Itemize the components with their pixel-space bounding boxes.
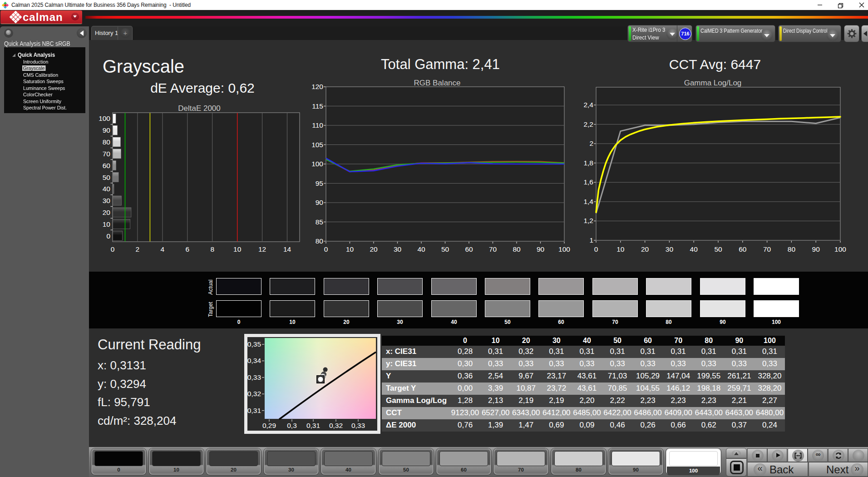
svg-text:90: 90 bbox=[103, 126, 111, 134]
svg-text:1: 1 bbox=[589, 236, 593, 244]
svg-text:1,8: 1,8 bbox=[583, 159, 593, 167]
svg-text:Gamma Log/Log: Gamma Log/Log bbox=[684, 79, 742, 87]
svg-text:0: 0 bbox=[594, 245, 598, 253]
svg-text:60: 60 bbox=[739, 245, 747, 253]
svg-text:70: 70 bbox=[763, 245, 771, 253]
svg-text:100: 100 bbox=[558, 245, 570, 253]
svg-text:2,4: 2,4 bbox=[583, 101, 593, 109]
svg-text:85: 85 bbox=[316, 218, 323, 226]
svg-text:40: 40 bbox=[417, 245, 425, 253]
svg-text:95: 95 bbox=[316, 179, 323, 187]
svg-text:50: 50 bbox=[103, 174, 111, 181]
svg-text:0,29: 0,29 bbox=[262, 422, 276, 429]
svg-text:110: 110 bbox=[312, 121, 323, 129]
svg-text:0,34: 0,34 bbox=[247, 357, 261, 364]
svg-text:0,31: 0,31 bbox=[247, 407, 261, 414]
svg-text:30: 30 bbox=[103, 197, 111, 204]
svg-text:100: 100 bbox=[311, 160, 323, 168]
svg-text:0,35: 0,35 bbox=[247, 340, 261, 348]
svg-text:0,33: 0,33 bbox=[247, 373, 261, 381]
svg-text:90: 90 bbox=[537, 245, 545, 253]
svg-text:105: 105 bbox=[311, 141, 323, 149]
svg-text:30: 30 bbox=[394, 245, 402, 253]
svg-text:0,3: 0,3 bbox=[287, 422, 297, 429]
svg-text:80: 80 bbox=[788, 245, 796, 253]
svg-text:Total Gamma: 2,41: Total Gamma: 2,41 bbox=[381, 56, 500, 72]
svg-text:2: 2 bbox=[589, 139, 593, 147]
svg-text:60: 60 bbox=[465, 245, 473, 253]
svg-text:0: 0 bbox=[111, 245, 115, 253]
svg-text:50: 50 bbox=[441, 245, 449, 253]
svg-text:90: 90 bbox=[316, 199, 324, 206]
svg-text:2,2: 2,2 bbox=[583, 120, 593, 128]
svg-text:0,32: 0,32 bbox=[329, 422, 343, 429]
svg-text:14: 14 bbox=[283, 245, 291, 253]
svg-text:10: 10 bbox=[346, 245, 354, 253]
svg-text:RGB Balance: RGB Balance bbox=[414, 79, 461, 87]
svg-text:0: 0 bbox=[324, 245, 328, 253]
svg-text:1,2: 1,2 bbox=[583, 217, 593, 224]
svg-text:20: 20 bbox=[370, 245, 378, 253]
svg-text:0: 0 bbox=[106, 232, 110, 240]
svg-text:dE Average: 0,62: dE Average: 0,62 bbox=[150, 80, 255, 95]
svg-text:70: 70 bbox=[489, 245, 497, 253]
svg-text:40: 40 bbox=[690, 245, 698, 253]
svg-text:12: 12 bbox=[258, 245, 266, 253]
svg-text:100: 100 bbox=[834, 245, 846, 253]
svg-text:80: 80 bbox=[316, 237, 324, 245]
svg-text:40: 40 bbox=[103, 185, 111, 193]
svg-text:50: 50 bbox=[714, 245, 722, 253]
svg-text:Grayscale: Grayscale bbox=[103, 56, 184, 76]
svg-text:DeltaE 2000: DeltaE 2000 bbox=[178, 104, 221, 113]
svg-text:4: 4 bbox=[161, 245, 165, 253]
svg-text:115: 115 bbox=[312, 102, 323, 110]
svg-text:8: 8 bbox=[210, 245, 214, 253]
svg-text:10: 10 bbox=[616, 245, 625, 253]
svg-text:0,33: 0,33 bbox=[351, 422, 365, 429]
svg-text:100: 100 bbox=[99, 114, 110, 122]
svg-text:6: 6 bbox=[185, 245, 189, 253]
svg-text:1,6: 1,6 bbox=[583, 178, 593, 186]
svg-text:10: 10 bbox=[233, 245, 242, 253]
svg-text:80: 80 bbox=[513, 245, 521, 253]
svg-text:20: 20 bbox=[103, 209, 111, 216]
svg-text:1,4: 1,4 bbox=[583, 198, 593, 205]
svg-text:90: 90 bbox=[812, 245, 820, 253]
svg-text:20: 20 bbox=[641, 245, 649, 253]
svg-text:2: 2 bbox=[136, 245, 140, 253]
svg-text:60: 60 bbox=[103, 162, 111, 169]
svg-text:0,32: 0,32 bbox=[247, 390, 261, 398]
svg-text:CCT Avg: 6447: CCT Avg: 6447 bbox=[669, 57, 761, 72]
svg-text:80: 80 bbox=[103, 138, 111, 146]
svg-text:10: 10 bbox=[103, 220, 111, 228]
svg-text:30: 30 bbox=[666, 245, 674, 253]
svg-text:120: 120 bbox=[311, 83, 323, 90]
svg-text:0,31: 0,31 bbox=[306, 422, 320, 429]
svg-text:70: 70 bbox=[103, 150, 111, 158]
